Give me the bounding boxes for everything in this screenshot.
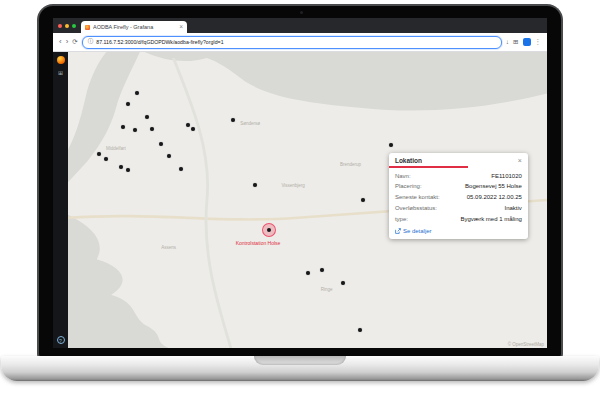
map-marker[interactable] [320, 268, 324, 272]
map-marker[interactable] [191, 127, 195, 131]
field-label: Seneste kontakt: [395, 192, 440, 203]
browser-tab-bar: AODBA Firefly - Grafana × [53, 18, 547, 33]
map-marker[interactable] [121, 125, 125, 129]
grafana-sidebar: ⊞ ? [53, 52, 68, 348]
field-value: Bogensevej 55 Holse [465, 181, 522, 192]
window-zoom-button[interactable] [72, 24, 76, 28]
map-marker[interactable] [358, 328, 362, 332]
address-bar[interactable]: ⓘ 87.116.7.52:3000/d/fqGDOPDWk/aodba-fir… [82, 36, 502, 49]
grafana-favicon-icon [85, 25, 90, 30]
popup-field-row: Overløbsstatus: Inaktiv [395, 203, 522, 214]
field-label: Navn: [395, 171, 411, 182]
laptop-bezel: AODBA Firefly - Grafana × ‹ › ⟳ ⓘ 87.116… [37, 4, 563, 358]
help-icon[interactable]: ? [57, 336, 65, 344]
field-value: Bygværk med 1 måling [460, 214, 521, 225]
see-details-label: Se detaljer [403, 228, 432, 234]
window-controls [58, 24, 76, 28]
window-minimize-button[interactable] [65, 24, 69, 28]
tab-title: AODBA Firefly - Grafana [93, 24, 176, 30]
field-label: Placering: [395, 181, 422, 192]
selected-marker-dot [267, 228, 271, 232]
site-info-icon[interactable]: ⓘ [88, 39, 94, 45]
laptop-notch [254, 356, 346, 365]
map-marker[interactable] [126, 168, 130, 172]
popup-field-row: type: Bygværk med 1 måling [395, 214, 522, 225]
reload-button[interactable]: ⟳ [72, 39, 77, 46]
location-popup: Lokation × Navn: FE1101020 Placering: Bo… [389, 153, 528, 239]
field-value: 05.09.2022 12.00.25 [467, 192, 522, 203]
page-content: ⊞ ? [53, 52, 547, 348]
map-marker[interactable] [341, 281, 345, 285]
map-marker[interactable] [97, 152, 101, 156]
map-marker[interactable] [253, 183, 257, 187]
laptop-base [1, 356, 599, 381]
profile-avatar[interactable] [523, 38, 531, 46]
map-marker[interactable] [167, 154, 171, 158]
apps-grid-icon[interactable]: ⊞ [513, 39, 518, 46]
selected-marker-label: Kontrolstation Holse [236, 240, 281, 246]
map-marker[interactable] [159, 142, 163, 146]
field-value: Inaktiv [504, 203, 521, 214]
map-marker[interactable] [104, 157, 108, 161]
dashboards-icon[interactable]: ⊞ [58, 70, 63, 76]
popup-field-row: Seneste kontakt: 05.09.2022 12.00.25 [395, 192, 522, 203]
grafana-logo-icon[interactable] [57, 56, 65, 64]
popup-field-row: Navn: FE1101020 [395, 171, 522, 182]
external-link-icon [395, 228, 401, 234]
back-button[interactable]: ‹ [59, 38, 62, 46]
popup-accent-bar [389, 166, 468, 168]
popup-field-row: Placering: Bogensevej 55 Holse [395, 181, 522, 192]
map-marker[interactable] [119, 165, 123, 169]
map-marker[interactable] [361, 198, 365, 202]
field-label: Overløbsstatus: [395, 203, 437, 214]
map-marker[interactable] [126, 102, 130, 106]
field-label: type: [395, 214, 408, 225]
map-marker[interactable] [135, 91, 139, 95]
browser-menu-icon[interactable]: ⋮ [535, 39, 542, 46]
map-attribution: © OpenStreetMap [508, 342, 544, 347]
laptop-screen: AODBA Firefly - Grafana × ‹ › ⟳ ⓘ 87.116… [53, 18, 547, 348]
popup-header: Lokation × [395, 157, 522, 164]
map-marker[interactable] [145, 115, 149, 119]
map-marker[interactable] [389, 143, 393, 147]
download-icon[interactable]: ↓ [506, 39, 509, 46]
map-marker[interactable] [150, 127, 154, 131]
map-marker[interactable] [306, 271, 310, 275]
field-value: FE1101020 [491, 171, 522, 182]
selected-marker[interactable] [262, 223, 276, 237]
laptop-mockup: AODBA Firefly - Grafana × ‹ › ⟳ ⓘ 87.116… [0, 0, 600, 400]
browser-tab[interactable]: AODBA Firefly - Grafana × [81, 21, 187, 33]
forward-button[interactable]: › [66, 38, 69, 46]
map-marker[interactable] [179, 167, 183, 171]
webcam-dot [300, 11, 303, 14]
window-close-button[interactable] [58, 24, 62, 28]
map-marker[interactable] [231, 118, 235, 122]
tab-close-icon[interactable]: × [179, 24, 183, 31]
popup-title: Lokation [395, 157, 422, 164]
url-text: 87.116.7.52:3000/d/fqGDOPDWk/aodba-firef… [96, 39, 223, 45]
see-details-link[interactable]: Se detaljer [395, 228, 522, 234]
map-marker[interactable] [186, 123, 190, 127]
popup-close-icon[interactable]: × [518, 157, 522, 164]
browser-toolbar: ‹ › ⟳ ⓘ 87.116.7.52:3000/d/fqGDOPDWk/aod… [53, 33, 547, 52]
map-panel[interactable]: MiddelfartSøndersøBrenderupVissenbjergAs… [68, 52, 547, 348]
map-marker[interactable] [133, 128, 137, 132]
